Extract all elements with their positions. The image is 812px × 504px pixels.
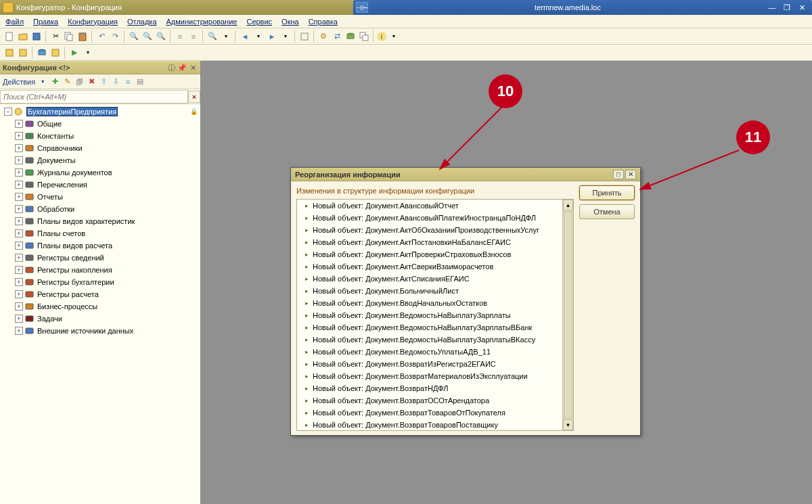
- remote-pin-icon[interactable]: ⊣⊢: [356, 2, 368, 13]
- new-icon[interactable]: [3, 30, 16, 43]
- remote-minimize-button[interactable]: —: [765, 2, 780, 13]
- actions-dd-icon[interactable]: ▼: [37, 76, 48, 87]
- list-item[interactable]: ▸Новый объект: Документ.ВозвратМатериало…: [297, 370, 562, 382]
- dialog-list[interactable]: ▸Новый объект: Документ.АвансовыйОтчет▸Н…: [296, 199, 574, 431]
- tree-item[interactable]: +Регистры сведений: [0, 252, 200, 264]
- tree-item[interactable]: +Планы видов расчета: [0, 239, 200, 252]
- expand-icon[interactable]: +: [15, 266, 23, 274]
- panel-close-icon[interactable]: ✕: [188, 63, 198, 72]
- expand-icon[interactable]: +: [15, 168, 23, 177]
- tree-item[interactable]: +Планы счетов: [0, 227, 200, 239]
- list-item[interactable]: ▸Новый объект: Документ.БольничныйЛист: [297, 285, 562, 297]
- db-icon[interactable]: [344, 30, 357, 43]
- menu-debug[interactable]: Отладка: [127, 18, 156, 26]
- tree-item[interactable]: +Справочники: [0, 142, 200, 154]
- dialog-close-button[interactable]: ✕: [625, 170, 636, 179]
- tree-item[interactable]: +Перечисления: [0, 179, 200, 191]
- panel-pin-icon[interactable]: 📌: [177, 63, 187, 72]
- expand-icon[interactable]: +: [15, 254, 23, 262]
- expand-icon[interactable]: +: [15, 290, 23, 298]
- accept-button[interactable]: Принять: [579, 185, 635, 200]
- list-item[interactable]: ▸Новый объект: Документ.ВедомостьУплатыА…: [297, 346, 562, 358]
- tree-item[interactable]: +Регистры накопления: [0, 264, 200, 276]
- tree-find-icon[interactable]: ▤: [135, 76, 145, 87]
- find-icon[interactable]: 🔍: [128, 30, 140, 43]
- enterprise-icon[interactable]: ⚙: [317, 30, 330, 43]
- tree-item[interactable]: +Бизнес-процессы: [0, 300, 200, 313]
- menu-service[interactable]: Сервис: [246, 18, 272, 26]
- help-dd-icon[interactable]: ▼: [388, 30, 400, 43]
- cfg-db-icon[interactable]: [36, 47, 48, 59]
- expand-icon[interactable]: +: [15, 315, 23, 323]
- list-item[interactable]: ▸Новый объект: Документ.ВедомостьНаВыпла…: [297, 334, 562, 346]
- expand-icon[interactable]: +: [15, 120, 23, 128]
- tree-item[interactable]: +Документы: [0, 154, 200, 166]
- undo-icon[interactable]: ↶: [95, 30, 108, 43]
- menu-help[interactable]: Справка: [309, 18, 338, 26]
- tree-item[interactable]: +Регистры бухгалтерии: [0, 276, 200, 288]
- open-icon[interactable]: [17, 30, 29, 43]
- list-item[interactable]: ▸Новый объект: Документ.ВводНачальныхОст…: [297, 297, 562, 309]
- cfg-run-icon[interactable]: ▶: [68, 47, 81, 59]
- expand-icon[interactable]: +: [15, 217, 23, 225]
- dialog-maximize-button[interactable]: □: [613, 170, 624, 179]
- help-icon[interactable]: i: [377, 32, 386, 41]
- cut-icon[interactable]: ✂: [49, 30, 62, 43]
- remote-close-button[interactable]: ✕: [794, 2, 809, 13]
- windows-icon[interactable]: [358, 30, 370, 43]
- zoom-dd-icon[interactable]: ▼: [220, 30, 232, 43]
- remote-restore-button[interactable]: ❐: [780, 2, 794, 13]
- list-item[interactable]: ▸Новый объект: Документ.ВозвратТоваровОт…: [297, 407, 562, 419]
- block-uncomment-icon[interactable]: ≡: [187, 30, 200, 43]
- config-search-clear-icon[interactable]: ×: [188, 91, 200, 103]
- scroll-up-icon[interactable]: ▲: [563, 200, 573, 210]
- findnext-icon[interactable]: 🔍: [155, 30, 167, 43]
- expand-icon[interactable]: +: [15, 278, 23, 286]
- findprev-icon[interactable]: 🔍: [141, 30, 154, 43]
- menu-file[interactable]: Файл: [5, 18, 24, 26]
- list-item[interactable]: ▸Новый объект: Документ.ВедомостьНаВыпла…: [297, 321, 562, 334]
- copy-icon[interactable]: [63, 30, 75, 43]
- list-item[interactable]: ▸Новый объект: Документ.ВозвратТоваровПо…: [297, 419, 562, 430]
- zoom-icon[interactable]: 🔍: [206, 30, 219, 43]
- menu-edit[interactable]: Правка: [33, 18, 58, 26]
- add-icon[interactable]: ✚: [49, 76, 60, 87]
- redo-icon[interactable]: ↷: [109, 30, 121, 43]
- list-item[interactable]: ▸Новый объект: Документ.ВедомостьНаВыпла…: [297, 309, 562, 321]
- panel-option-icon[interactable]: ⓘ: [166, 63, 176, 72]
- cfg-icon1[interactable]: [3, 47, 16, 59]
- cfg-icon2[interactable]: [17, 47, 29, 59]
- edit-icon[interactable]: ✎: [62, 76, 72, 87]
- list-item[interactable]: ▸Новый объект: Документ.АктОбОказанииПро…: [297, 224, 562, 236]
- forward-icon[interactable]: ►: [266, 30, 278, 43]
- expand-icon[interactable]: +: [15, 144, 23, 152]
- list-item[interactable]: ▸Новый объект: Документ.АктПостановкиНаБ…: [297, 236, 562, 248]
- expand-icon[interactable]: +: [15, 193, 23, 201]
- cfg-run-dd-icon[interactable]: ▼: [82, 47, 94, 59]
- cancel-button[interactable]: Отмена: [579, 204, 635, 219]
- expand-icon[interactable]: +: [15, 205, 23, 213]
- copy-tree-icon[interactable]: 🗐: [74, 76, 85, 87]
- actions-button[interactable]: Действия: [3, 78, 35, 86]
- sort-icon[interactable]: ≡: [122, 76, 133, 87]
- config-tree[interactable]: − БухгалтерияПредприятия 🔒 +Общие+Конста…: [0, 104, 200, 504]
- tree-item[interactable]: +Внешние источники данных: [0, 325, 200, 337]
- up-icon[interactable]: ⇧: [98, 76, 109, 87]
- down-icon[interactable]: ⇩: [110, 76, 121, 87]
- expand-icon[interactable]: +: [15, 302, 23, 311]
- cfg-save-icon[interactable]: [49, 47, 62, 59]
- config-search-input[interactable]: [0, 90, 188, 104]
- menu-config[interactable]: Конфигурация: [68, 18, 118, 26]
- menu-admin[interactable]: Администрирование: [166, 18, 238, 26]
- scroll-thumb[interactable]: [564, 211, 572, 419]
- back-dd-icon[interactable]: ▼: [252, 30, 265, 43]
- syntax-icon[interactable]: [298, 30, 311, 43]
- list-item[interactable]: ▸Новый объект: Документ.ВозвратНДФЛ: [297, 382, 562, 394]
- list-item[interactable]: ▸Новый объект: Документ.АвансовыйПлатежИ…: [297, 212, 562, 224]
- menu-windows[interactable]: Окна: [281, 18, 299, 26]
- list-item[interactable]: ▸Новый объект: Документ.АктСверкиВзаимор…: [297, 260, 562, 273]
- expand-icon[interactable]: +: [15, 229, 23, 237]
- tree-item[interactable]: +Планы видов характеристик: [0, 215, 200, 227]
- back-icon[interactable]: ◄: [239, 30, 251, 43]
- tree-item[interactable]: +Задачи: [0, 313, 200, 325]
